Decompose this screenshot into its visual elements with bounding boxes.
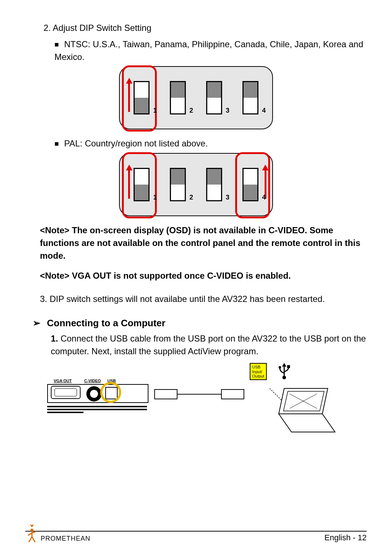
- page-num: 12: [358, 533, 367, 542]
- page-footer: PROMETHEAN English - 12: [0, 524, 392, 542]
- dip-switch-4: 4: [240, 81, 261, 114]
- usb-tag-l2: Input/: [252, 370, 262, 374]
- connect-step-1: 1. Connect the USB cable from the USB po…: [51, 332, 367, 358]
- connecting-heading: Connecting to a Computer: [33, 316, 367, 330]
- dip-switch-1: 1: [131, 168, 152, 201]
- svg-point-3: [279, 366, 281, 369]
- dip-figure-ntsc: 1 2 3 4: [25, 66, 367, 129]
- page-lang: English: [324, 533, 351, 542]
- dip-label-1: 1: [153, 106, 157, 115]
- svg-rect-4: [287, 365, 290, 368]
- step-1-number: 1.: [51, 334, 58, 343]
- note-osd: <Note> The on-screen display (OSD) is no…: [40, 224, 367, 262]
- vga-out-label: VGA OUT: [54, 378, 72, 384]
- dip-label-4: 4: [262, 106, 266, 115]
- page-indicator: English - 12: [324, 533, 367, 542]
- svg-marker-7: [283, 391, 324, 411]
- pal-bullet: PAL: Country/region not listed above.: [54, 137, 367, 150]
- dip-label-2: 2: [189, 193, 193, 202]
- dip-switch-1: 1: [131, 81, 152, 114]
- usb-cable-icon: [154, 389, 244, 399]
- usb-plug-a-icon: [154, 389, 177, 399]
- usb-tag-l1: USB: [252, 365, 261, 369]
- step-3-text: 3. DIP switch settings will not availabe…: [40, 293, 367, 306]
- svg-marker-8: [279, 414, 335, 432]
- brand-name: PROMETHEAN: [41, 535, 90, 542]
- dip-label-4: 4: [262, 193, 266, 202]
- connecting-heading-text: Connecting to a Computer: [47, 318, 165, 328]
- usb-plug-b-icon: [221, 389, 244, 399]
- up-arrow-shaft-icon: [128, 170, 130, 199]
- base-rails-icon: [47, 404, 147, 413]
- promethean-logo: PROMETHEAN: [25, 524, 90, 542]
- step-2-title: 2. Adjust DIP Switch Setting: [44, 22, 367, 35]
- svg-marker-2: [282, 363, 286, 367]
- dip-switch-3: 3: [203, 168, 225, 201]
- connection-figure: VGA OUT C-VIDEO USB USB Input/: [47, 367, 367, 414]
- usb-io-tag: USB Input/ Output: [250, 363, 267, 380]
- page-sep: -: [353, 533, 355, 542]
- usb-tag-l3: Output: [252, 374, 264, 378]
- dip-switch-2: 2: [167, 81, 189, 114]
- flame-figure-icon: [25, 524, 38, 542]
- step-1-body: Connect the USB cable from the USB port …: [51, 334, 366, 356]
- laptop-icon: [270, 385, 342, 436]
- ntsc-bullet: NTSC: U.S.A., Taiwan, Panama, Philippine…: [54, 38, 367, 64]
- laptop-area: USB Input/ Output: [250, 363, 344, 380]
- up-arrow-shaft-icon: [128, 83, 130, 112]
- cvideo-label: C-VIDEO: [84, 378, 101, 384]
- av322-port-panel: VGA OUT C-VIDEO USB: [47, 367, 149, 414]
- dip-figure-pal: 1 2 3 4: [25, 153, 367, 216]
- vga-port-icon: [51, 386, 81, 399]
- dip-panel-ntsc: 1 2 3 4: [119, 66, 273, 129]
- dip-label-2: 2: [189, 106, 193, 115]
- dip-switch-3: 3: [203, 81, 225, 114]
- usb-trident-icon: [277, 363, 291, 384]
- note-vga: <Note> VGA OUT is not supported once C-V…: [40, 270, 367, 282]
- dip-switch-4: 4: [240, 168, 261, 201]
- dip-switch-2: 2: [167, 168, 189, 201]
- dip-panel-pal: 1 2 3 4: [119, 153, 273, 216]
- dip-label-3: 3: [226, 193, 229, 202]
- dip-label-1: 1: [153, 193, 157, 202]
- dip-label-3: 3: [226, 106, 229, 115]
- ntsc-text: NTSC: U.S.A., Taiwan, Panama, Philippine…: [54, 39, 363, 62]
- pal-text: PAL: Country/region not listed above.: [64, 138, 208, 148]
